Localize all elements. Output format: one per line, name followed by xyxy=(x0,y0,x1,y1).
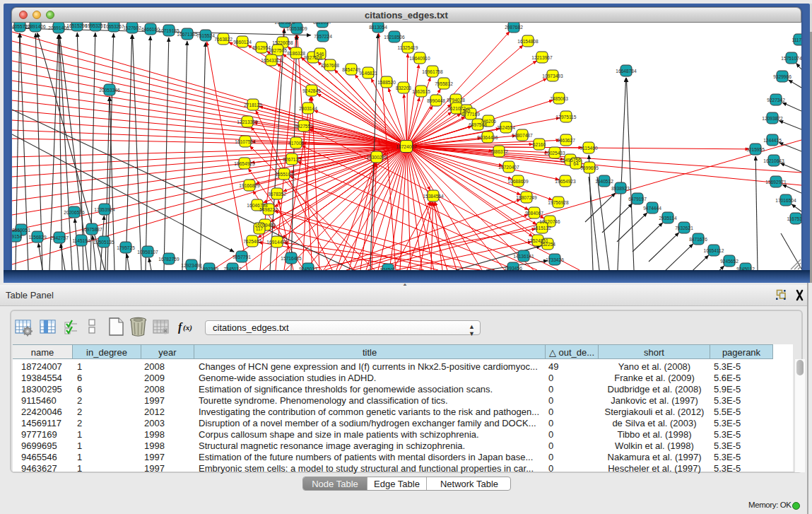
svg-text:9463627: 9463627 xyxy=(557,138,575,143)
svg-text:1167534: 1167534 xyxy=(787,216,801,221)
svg-text:6466160: 6466160 xyxy=(141,27,160,32)
svg-text:9777169: 9777169 xyxy=(461,112,480,117)
svg-text:7386372: 7386372 xyxy=(490,149,508,154)
svg-text:15384554: 15384554 xyxy=(423,194,444,199)
svg-text:15226058: 15226058 xyxy=(272,40,293,45)
svg-text:1588520: 1588520 xyxy=(377,80,396,85)
svg-text:8186328: 8186328 xyxy=(287,51,305,56)
svg-text:16210643: 16210643 xyxy=(763,158,784,163)
svg-text:8559051: 8559051 xyxy=(12,228,30,233)
svg-text:19218506: 19218506 xyxy=(384,35,405,40)
svg-text:18724007: 18724007 xyxy=(396,144,417,149)
svg-text:20364436: 20364436 xyxy=(477,135,498,140)
svg-text:9474444: 9474444 xyxy=(643,206,661,211)
svg-text:9327505: 9327505 xyxy=(269,48,287,53)
svg-text:16671385: 16671385 xyxy=(177,32,198,37)
svg-text:16914479: 16914479 xyxy=(266,240,288,245)
svg-text:9146821: 9146821 xyxy=(359,71,377,76)
svg-text:2935114: 2935114 xyxy=(659,216,677,221)
svg-text:62160: 62160 xyxy=(533,142,546,147)
svg-text:7663822: 7663822 xyxy=(214,37,233,42)
svg-text:1092369: 1092369 xyxy=(200,267,218,271)
svg-text:2942757: 2942757 xyxy=(50,235,69,240)
svg-text:16961758: 16961758 xyxy=(422,69,443,74)
svg-text:14136141: 14136141 xyxy=(513,254,534,259)
svg-text:1640512: 1640512 xyxy=(595,179,613,184)
svg-text:1795725: 1795725 xyxy=(117,245,135,250)
svg-text:10973493: 10973493 xyxy=(542,74,563,78)
svg-text:64: 64 xyxy=(573,161,579,166)
svg-text:2087682: 2087682 xyxy=(505,25,523,30)
svg-text:19756928: 19756928 xyxy=(548,200,569,205)
svg-text:16543312: 16543312 xyxy=(261,58,282,63)
svg-text:3624554: 3624554 xyxy=(497,125,515,130)
svg-text:2718126: 2718126 xyxy=(244,103,262,107)
svg-text:1527602: 1527602 xyxy=(123,25,141,30)
svg-text:7955812: 7955812 xyxy=(435,81,453,86)
svg-text:111745: 111745 xyxy=(792,37,801,42)
svg-text:17016504: 17016504 xyxy=(775,198,796,203)
svg-text:9245012: 9245012 xyxy=(736,267,755,271)
svg-text:9329966: 9329966 xyxy=(773,74,792,79)
svg-text:(x): (x) xyxy=(183,323,192,332)
svg-text:12213967: 12213967 xyxy=(531,55,553,60)
svg-text:1615132: 1615132 xyxy=(533,226,551,230)
svg-text:9242845: 9242845 xyxy=(302,88,321,93)
svg-text:7625402: 7625402 xyxy=(243,239,261,244)
svg-text:7632621: 7632621 xyxy=(675,226,693,230)
svg-text:1733426: 1733426 xyxy=(546,257,564,262)
svg-text:2803144: 2803144 xyxy=(299,106,317,111)
svg-text:10120746: 10120746 xyxy=(539,219,560,224)
svg-text:7485063: 7485063 xyxy=(550,96,568,101)
svg-text:15923809: 15923809 xyxy=(274,23,295,25)
svg-text:12505135: 12505135 xyxy=(93,240,114,245)
svg-text:16782759: 16782759 xyxy=(158,257,180,262)
svg-text:19654925: 19654925 xyxy=(234,161,255,166)
svg-text:16154808: 16154808 xyxy=(517,39,539,44)
svg-text:12213369: 12213369 xyxy=(237,119,258,124)
svg-text:9115460: 9115460 xyxy=(579,146,598,151)
svg-text:20891406: 20891406 xyxy=(25,24,46,29)
svg-text:10975887: 10975887 xyxy=(81,227,102,232)
svg-text:6497568: 6497568 xyxy=(469,122,487,127)
svg-text:19166829: 19166829 xyxy=(239,183,260,188)
svg-text:f: f xyxy=(178,321,183,334)
svg-text:1145194: 1145194 xyxy=(72,238,90,243)
svg-text:9860124: 9860124 xyxy=(233,40,252,45)
svg-text:8267130: 8267130 xyxy=(283,157,301,162)
svg-text:15720407: 15720407 xyxy=(498,165,519,170)
svg-text:9857791: 9857791 xyxy=(233,255,251,259)
svg-text:9699695: 9699695 xyxy=(580,165,599,170)
svg-text:1555104: 1555104 xyxy=(275,172,293,177)
svg-text:8322037: 8322037 xyxy=(313,23,331,25)
svg-text:7357224: 7357224 xyxy=(314,34,332,39)
svg-text:8990448: 8990448 xyxy=(427,98,445,103)
svg-text:7345112: 7345112 xyxy=(223,267,242,271)
svg-text:12923498: 12923498 xyxy=(181,263,202,268)
svg-text:8678352: 8678352 xyxy=(268,192,286,197)
svg-text:18807249: 18807249 xyxy=(516,195,537,200)
svg-text:9245652: 9245652 xyxy=(720,259,739,264)
svg-text:16107554: 16107554 xyxy=(235,139,256,144)
svg-text:8813054: 8813054 xyxy=(369,25,387,30)
svg-text:20053346: 20053346 xyxy=(99,88,120,93)
svg-text:10807487: 10807487 xyxy=(512,133,533,138)
svg-text:9245013: 9245013 xyxy=(299,267,317,271)
svg-text:9794028: 9794028 xyxy=(447,98,465,103)
svg-text:15751074: 15751074 xyxy=(781,56,801,61)
svg-text:10653267: 10653267 xyxy=(103,24,124,29)
svg-text:10688609: 10688609 xyxy=(507,179,529,184)
svg-text:39154: 39154 xyxy=(12,234,22,239)
svg-text:417006: 417006 xyxy=(288,141,304,146)
svg-text:2367608: 2367608 xyxy=(321,63,339,68)
svg-text:8427552: 8427552 xyxy=(295,124,313,129)
svg-text:20206576: 20206576 xyxy=(64,210,85,215)
svg-text:18640910: 18640910 xyxy=(409,56,430,61)
svg-text:546: 546 xyxy=(316,52,324,57)
svg-text:11325419: 11325419 xyxy=(398,45,418,50)
svg-text:17353924: 17353924 xyxy=(94,207,115,212)
svg-text:9227342: 9227342 xyxy=(767,98,785,103)
svg-text:12975115: 12975115 xyxy=(556,115,577,119)
svg-text:832203: 832203 xyxy=(396,86,411,90)
svg-text:15692971: 15692971 xyxy=(765,180,787,185)
